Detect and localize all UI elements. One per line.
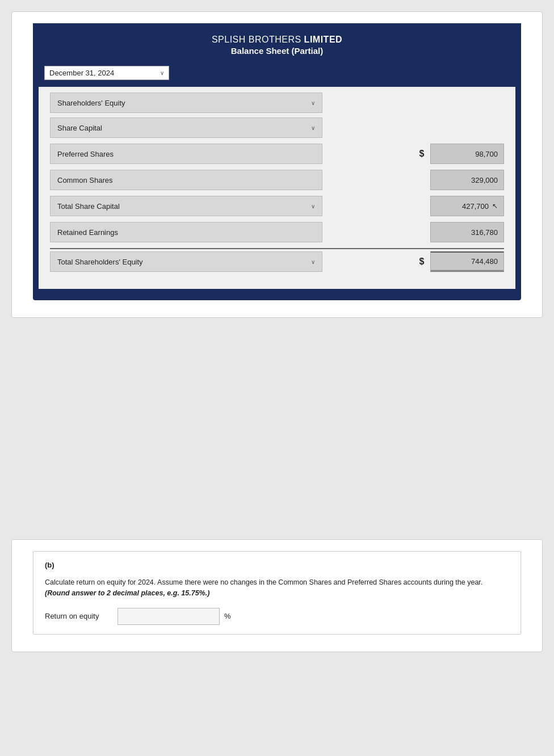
total-shareholders-equity-row: Total Shareholders' Equity ∨ $ 744,480 [50, 248, 504, 272]
shareholders-equity-label: Shareholders' Equity [57, 99, 125, 107]
shareholders-equity-row: Shareholders' Equity ∨ [50, 93, 504, 113]
instruction-italic-text: (Round answer to 2 decimal places, e.g. … [45, 589, 209, 597]
company-name-normal: SPLISH BROTHERS [212, 35, 301, 44]
common-shares-value: 329,000 [430, 170, 504, 190]
total-equity-dollar-sign: $ [413, 257, 430, 267]
company-name: SPLISH BROTHERS LIMITED [44, 35, 510, 45]
total-shareholders-equity-value: 744,480 [430, 251, 504, 272]
section-b-card: (b) Calculate return on equity for 2024.… [33, 551, 521, 635]
share-capital-dropdown[interactable]: Share Capital ∨ [50, 117, 322, 138]
preferred-shares-value: 98,700 [430, 144, 504, 164]
common-shares-label-box: Common Shares [50, 170, 322, 190]
date-dropdown[interactable]: December 31, 2024 ∨ [44, 66, 169, 80]
section-b-instruction: Calculate return on equity for 2024. Ass… [45, 577, 509, 599]
common-shares-label: Common Shares [57, 176, 113, 184]
middle-spacer [11, 329, 543, 528]
return-on-equity-label: Return on equity [45, 612, 113, 620]
common-shares-row: Common Shares $ 329,000 [50, 170, 504, 190]
sheet-title: Balance Sheet (Partial) [44, 46, 510, 56]
share-capital-row: Share Capital ∨ [50, 117, 504, 138]
preferred-dollar-sign: $ [413, 149, 430, 159]
date-row: December 31, 2024 ∨ [44, 66, 510, 80]
preferred-shares-label-box: Preferred Shares [50, 144, 322, 164]
balance-body: Shareholders' Equity ∨ Share Capital ∨ P… [39, 87, 515, 289]
percent-sign: % [224, 612, 231, 620]
instruction-main-text: Calculate return on equity for 2024. Ass… [45, 578, 482, 586]
date-label: December 31, 2024 [49, 69, 114, 77]
share-capital-label: Share Capital [57, 124, 102, 132]
card-header: SPLISH BROTHERS LIMITED Balance Sheet (P… [33, 23, 521, 61]
company-name-bold: LIMITED [304, 35, 343, 44]
total-share-capital-value: 427,700 ↖ [430, 196, 504, 216]
total-share-capital-label: Total Share Capital [57, 202, 120, 211]
share-capital-chevron-icon: ∨ [311, 125, 315, 131]
preferred-shares-label: Preferred Shares [57, 150, 114, 158]
return-on-equity-input[interactable] [117, 608, 220, 625]
retained-earnings-value: 316,780 [430, 222, 504, 242]
balance-sheet-card: SPLISH BROTHERS LIMITED Balance Sheet (P… [33, 23, 521, 300]
retained-earnings-label: Retained Earnings [57, 228, 118, 237]
preferred-shares-row: Preferred Shares $ 98,700 [50, 144, 504, 164]
date-chevron-icon: ∨ [160, 70, 164, 76]
section-b-label: (b) [45, 561, 509, 569]
top-panel: SPLISH BROTHERS LIMITED Balance Sheet (P… [11, 11, 543, 318]
total-shareholders-equity-label: Total Shareholders' Equity [57, 258, 143, 266]
bottom-panel: (b) Calculate return on equity for 2024.… [11, 539, 543, 652]
retained-earnings-label-box: Retained Earnings [50, 222, 322, 242]
total-share-capital-dropdown[interactable]: Total Share Capital ∨ [50, 196, 322, 216]
cursor-arrow-icon: ↖ [492, 202, 498, 210]
return-on-equity-row: Return on equity % [45, 608, 509, 625]
total-share-capital-chevron-icon: ∨ [311, 203, 315, 209]
shareholders-equity-chevron-icon: ∨ [311, 100, 315, 106]
shareholders-equity-dropdown[interactable]: Shareholders' Equity ∨ [50, 93, 322, 113]
total-shareholders-equity-dropdown[interactable]: Total Shareholders' Equity ∨ [50, 251, 322, 272]
retained-earnings-row: Retained Earnings $ 316,780 [50, 222, 504, 242]
total-equity-chevron-icon: ∨ [311, 259, 315, 265]
total-share-capital-row: Total Share Capital ∨ $ 427,700 ↖ [50, 196, 504, 216]
page-wrapper: SPLISH BROTHERS LIMITED Balance Sheet (P… [0, 0, 554, 756]
